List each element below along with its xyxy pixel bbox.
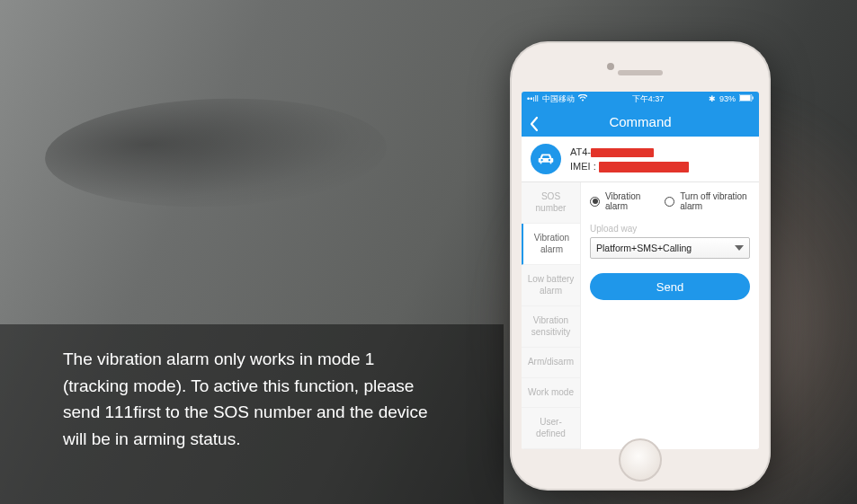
device-name-redacted bbox=[591, 148, 654, 157]
tab-sos-number[interactable]: SOS number bbox=[522, 182, 580, 224]
tab-work-mode[interactable]: Work mode bbox=[522, 378, 580, 409]
carrier-label: 中国移动 bbox=[542, 93, 575, 105]
bluetooth-icon: ✱ bbox=[709, 94, 716, 103]
settings-pane: Vibration alarm Turn off vibration alarm… bbox=[581, 182, 759, 449]
wifi-icon bbox=[578, 94, 587, 103]
home-button[interactable] bbox=[619, 438, 662, 482]
radio-vibration-off[interactable] bbox=[665, 197, 674, 207]
content-area: SOS number Vibration alarm Low battery a… bbox=[522, 182, 759, 449]
send-button-label: Send bbox=[656, 280, 683, 294]
radio-vibration-on[interactable] bbox=[590, 197, 600, 207]
tab-low-battery-alarm[interactable]: Low battery alarm bbox=[522, 265, 580, 306]
phone-camera bbox=[607, 63, 614, 70]
radio-vibration-on-label: Vibration alarm bbox=[605, 191, 651, 211]
upload-way-value: Platform+SMS+Calling bbox=[596, 243, 692, 253]
radio-vibration-off-label: Turn off vibration alarm bbox=[680, 191, 750, 211]
device-name-prefix: AT4- bbox=[570, 146, 591, 157]
side-tabs: SOS number Vibration alarm Low battery a… bbox=[522, 182, 581, 449]
nav-title: Command bbox=[609, 114, 671, 129]
radio-group: Vibration alarm Turn off vibration alarm bbox=[590, 191, 750, 211]
battery-icon bbox=[739, 94, 754, 103]
nav-bar: Command bbox=[522, 106, 759, 137]
phone-frame: ••ıll 中国移动 下午4:37 ✱ 93% Command bbox=[510, 41, 771, 491]
svg-rect-1 bbox=[740, 95, 751, 101]
signal-icon: ••ıll bbox=[527, 94, 539, 103]
svg-rect-2 bbox=[752, 97, 753, 100]
tab-vibration-alarm[interactable]: Vibration alarm bbox=[522, 224, 580, 265]
imei-label: IMEI : bbox=[570, 161, 596, 172]
tab-vibration-sensitivity[interactable]: Vibration sensitivity bbox=[522, 306, 580, 348]
battery-label: 93% bbox=[719, 94, 736, 103]
tab-arm-disarm[interactable]: Arm/disarm bbox=[522, 348, 580, 378]
imei-redacted bbox=[599, 162, 689, 172]
tab-user-defined[interactable]: User-defined bbox=[522, 408, 580, 449]
chevron-down-icon bbox=[735, 245, 744, 251]
phone-screen: ••ıll 中国移动 下午4:37 ✱ 93% Command bbox=[522, 92, 759, 449]
device-car-icon bbox=[531, 144, 561, 174]
send-button[interactable]: Send bbox=[590, 273, 750, 300]
phone-speaker bbox=[618, 70, 663, 75]
device-header: AT4- IMEI : bbox=[522, 137, 759, 182]
status-time: 下午4:37 bbox=[632, 93, 665, 105]
status-bar: ••ıll 中国移动 下午4:37 ✱ 93% bbox=[522, 92, 759, 106]
caption-text: The vibration alarm only works in mode 1… bbox=[63, 346, 441, 452]
back-button[interactable] bbox=[529, 116, 540, 127]
upload-way-select[interactable]: Platform+SMS+Calling bbox=[590, 237, 750, 259]
upload-way-label: Upload way bbox=[590, 224, 750, 234]
